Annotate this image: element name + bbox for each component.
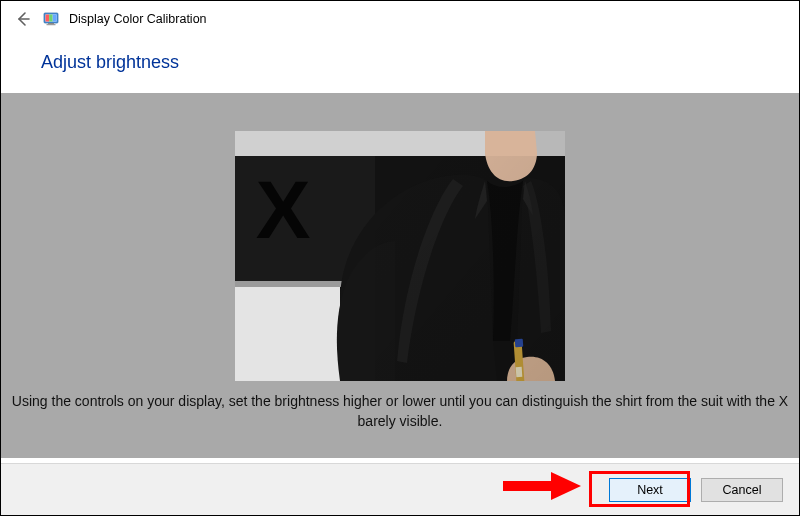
svg-rect-3	[46, 14, 50, 21]
cancel-button[interactable]: Cancel	[701, 478, 783, 502]
svg-rect-14	[235, 281, 345, 287]
instruction-text: Using the controls on your display, set …	[1, 381, 799, 432]
svg-text:X: X	[256, 164, 311, 255]
svg-rect-4	[49, 14, 53, 21]
content-area: X	[1, 93, 799, 458]
button-bar: Next Cancel	[1, 463, 799, 515]
svg-rect-18	[375, 156, 565, 381]
back-arrow-icon[interactable]	[13, 9, 33, 29]
calibration-image: X	[235, 131, 565, 381]
page-heading-area: Adjust brightness	[1, 36, 799, 93]
page-title: Adjust brightness	[41, 52, 759, 73]
app-title: Display Color Calibration	[69, 12, 207, 26]
svg-rect-7	[47, 24, 56, 25]
title-bar: Display Color Calibration	[1, 1, 799, 36]
next-button[interactable]: Next	[609, 478, 691, 502]
svg-rect-13	[235, 286, 340, 381]
app-icon	[43, 11, 59, 27]
svg-rect-6	[48, 23, 54, 24]
svg-rect-5	[53, 14, 57, 21]
x-letter-icon: X	[256, 164, 311, 255]
